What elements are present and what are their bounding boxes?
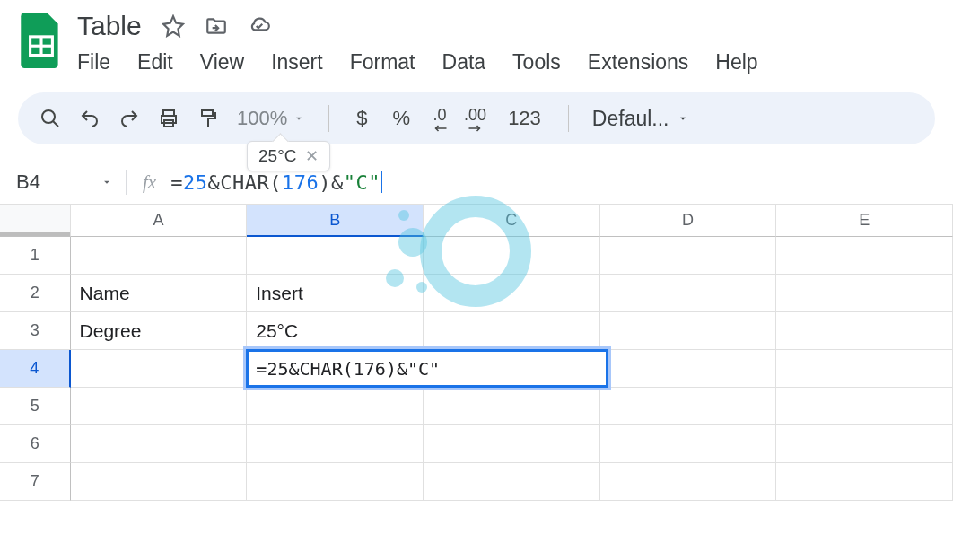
cell-c2[interactable] <box>424 275 600 312</box>
currency-button[interactable]: $ <box>353 107 371 130</box>
undo-icon[interactable] <box>79 108 101 129</box>
separator <box>328 105 329 132</box>
svg-rect-8 <box>202 110 213 116</box>
select-all-corner[interactable] <box>0 205 71 237</box>
cell-d6[interactable] <box>600 425 777 463</box>
menu-format[interactable]: Format <box>350 48 415 76</box>
row-1: 1 <box>0 237 953 275</box>
column-header-b[interactable]: B <box>247 205 424 237</box>
name-box[interactable]: B4 <box>9 171 126 194</box>
cell-a7[interactable] <box>71 463 248 501</box>
paint-format-icon[interactable] <box>197 108 219 129</box>
star-icon[interactable] <box>162 14 185 38</box>
cell-a4[interactable] <box>71 350 248 388</box>
cell-a6[interactable] <box>71 425 248 463</box>
row-4: 4 =25 & CHAR(176) & "C" <box>0 350 953 388</box>
column-header-d[interactable]: D <box>600 205 777 237</box>
cell-e5[interactable] <box>776 388 953 425</box>
menu-extensions[interactable]: Extensions <box>588 48 689 76</box>
close-icon[interactable]: ✕ <box>305 146 319 166</box>
sheets-logo[interactable] <box>18 9 65 72</box>
cell-b4-active[interactable]: =25 & CHAR(176) & "C" <box>247 350 423 388</box>
cell-b2[interactable]: Insert <box>247 275 424 312</box>
row-5: 5 <box>0 388 953 425</box>
cell-a3[interactable]: Degree <box>71 312 248 350</box>
number-format-button[interactable]: 123 <box>504 107 545 130</box>
cell-b6[interactable] <box>247 425 424 463</box>
cell-d3[interactable] <box>600 312 777 350</box>
column-header-c[interactable]: C <box>424 205 600 237</box>
zoom-value: 100% <box>237 107 287 130</box>
cell-c6[interactable] <box>424 425 600 463</box>
chevron-down-icon <box>101 171 113 194</box>
decrease-decimal-button[interactable]: .0 <box>432 106 448 132</box>
cell-c5[interactable] <box>424 388 600 425</box>
cell-e6[interactable] <box>776 425 953 463</box>
cell-c7[interactable] <box>424 463 600 501</box>
font-select[interactable]: Defaul... <box>592 107 689 131</box>
cell-a2[interactable]: Name <box>71 275 248 312</box>
cell-e2[interactable] <box>776 275 953 312</box>
cell-d2[interactable] <box>600 275 777 312</box>
row-header-7[interactable]: 7 <box>0 463 71 501</box>
cell-b1[interactable] <box>247 237 424 275</box>
toolbar: 100% $ % .0 .00 123 Defaul... 25°C ✕ <box>18 92 935 144</box>
zoom-select[interactable]: 100% <box>237 107 305 130</box>
cell-b7[interactable] <box>247 463 424 501</box>
formula-result-tooltip: 25°C ✕ <box>247 141 330 171</box>
menu-edit[interactable]: Edit <box>137 48 173 76</box>
cell-b5[interactable] <box>247 388 424 425</box>
cell-d7[interactable] <box>600 463 777 501</box>
row-header-5[interactable]: 5 <box>0 388 71 425</box>
menu-insert[interactable]: Insert <box>271 48 323 76</box>
formula-bar: B4 fx =25 & CHAR(176) & "C" <box>0 144 953 205</box>
svg-point-3 <box>42 110 55 123</box>
search-icon[interactable] <box>39 108 61 129</box>
menu-file[interactable]: File <box>77 48 110 76</box>
formula-input[interactable]: =25 & CHAR(176) & "C" <box>170 171 382 194</box>
cell-e3[interactable] <box>776 312 953 350</box>
row-header-6[interactable]: 6 <box>0 425 71 463</box>
cell-a1[interactable] <box>71 237 248 275</box>
cell-a5[interactable] <box>71 388 248 425</box>
spreadsheet-grid: A B C D E 1 2 Name Insert 3 Degree 25°C … <box>0 205 953 501</box>
cell-d5[interactable] <box>600 388 777 425</box>
cell-e7[interactable] <box>776 463 953 501</box>
row-header-4[interactable]: 4 <box>0 350 71 388</box>
increase-decimal-button[interactable]: .00 <box>464 106 486 132</box>
tooltip-value: 25°C <box>258 146 296 166</box>
row-2: 2 Name Insert <box>0 275 953 312</box>
cell-editor[interactable]: =25 & CHAR(176) & "C" <box>246 349 608 388</box>
cell-c3[interactable] <box>424 312 600 350</box>
row-3: 3 Degree 25°C <box>0 312 953 350</box>
row-header-2[interactable]: 2 <box>0 275 71 312</box>
cell-b3[interactable]: 25°C <box>247 312 424 350</box>
cell-reference: B4 <box>16 171 40 194</box>
cell-d1[interactable] <box>600 237 777 275</box>
column-header-a[interactable]: A <box>71 205 248 237</box>
font-name: Defaul... <box>592 107 669 131</box>
cell-c1[interactable] <box>424 237 600 275</box>
menu-data[interactable]: Data <box>442 48 486 76</box>
row-6: 6 <box>0 425 953 463</box>
svg-line-4 <box>53 121 58 127</box>
redo-icon[interactable] <box>118 108 140 129</box>
move-folder-icon[interactable] <box>205 14 228 38</box>
fx-icon[interactable]: fx <box>143 171 156 194</box>
menu-bar: File Edit View Insert Format Data Tools … <box>77 48 758 76</box>
cloud-saved-icon[interactable] <box>248 14 271 38</box>
cell-e1[interactable] <box>776 237 953 275</box>
menu-help[interactable]: Help <box>715 48 757 76</box>
row-header-1[interactable]: 1 <box>0 237 71 275</box>
cell-d4[interactable] <box>599 350 776 388</box>
separator <box>568 105 569 132</box>
menu-tools[interactable]: Tools <box>512 48 561 76</box>
row-header-3[interactable]: 3 <box>0 312 71 350</box>
percent-button[interactable]: % <box>389 107 415 130</box>
cell-e4[interactable] <box>776 350 953 388</box>
column-header-e[interactable]: E <box>776 205 953 237</box>
menu-view[interactable]: View <box>200 48 244 76</box>
document-title[interactable]: Table <box>77 11 142 41</box>
chevron-down-icon <box>293 112 305 125</box>
print-icon[interactable] <box>158 108 179 129</box>
